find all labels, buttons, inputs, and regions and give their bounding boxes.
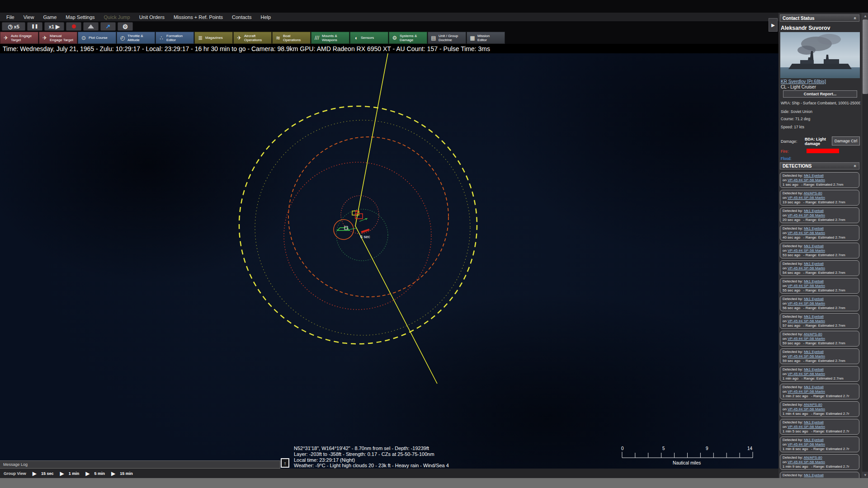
- toolbar-button[interactable]: ◖ Sensors: [350, 32, 388, 44]
- collapse-chevron-icon[interactable]: «: [853, 164, 858, 167]
- unit-link[interactable]: VP-45 #4 SP-5B Marlin: [788, 389, 825, 394]
- toolbar-button[interactable]: ∴ FormationEditor: [156, 32, 194, 44]
- toolbar-button[interactable]: ≣ Magazines: [194, 32, 233, 44]
- time-step-option[interactable]: ▶ 1 min: [60, 470, 80, 477]
- sidebar-scrollbar[interactable]: ▲ ▼: [862, 13, 868, 478]
- sensor-link[interactable]: AN/APS-80: [804, 332, 822, 336]
- unit-link[interactable]: VP-45 #4 SP-5B Marlin: [788, 478, 825, 478]
- unit-link[interactable]: VP-45 #4 SP-5B Marlin: [788, 337, 825, 341]
- toolbar-button[interactable]: ◴ Throttle &Altitude: [117, 32, 155, 44]
- toolbar-button[interactable]: ✈ Auto EngageTarget: [0, 32, 38, 44]
- menu-item[interactable]: Quick Jump: [99, 14, 135, 20]
- unit-link[interactable]: VP-45 #4 SP-5B Marlin: [788, 249, 825, 253]
- toolbar-button[interactable]: ✈ ManualEngage Target: [39, 32, 77, 44]
- unit-link[interactable]: VP-45 #4 SP-5B Marlin: [788, 301, 825, 305]
- sensor-link[interactable]: AN/APS-80: [804, 455, 822, 460]
- menu-item[interactable]: File: [2, 14, 19, 20]
- toolbar-button[interactable]: ⊙ Plot Course: [78, 32, 116, 44]
- detection-card[interactable]: Detected by: AN/APS-80 on VP-45 #4 SP-5B…: [780, 454, 859, 470]
- detection-card[interactable]: Detected by: Mk1 Eyeball on VP-45 #4 SP-…: [780, 296, 859, 311]
- unit-link[interactable]: VP-45 #4 SP-5B Marlin: [788, 284, 825, 288]
- sensor-link[interactable]: Mk1 Eyeball: [804, 385, 824, 389]
- unit-link[interactable]: VP-45 #4 SP-5B Marlin: [788, 178, 825, 182]
- detection-card[interactable]: Detected by: Mk1 Eyeball on VP-45 #4 SP-…: [780, 313, 859, 329]
- toolbar-button[interactable]: ▦ MissionEditor: [467, 32, 505, 44]
- time-step-option[interactable]: ▶ 15 min: [111, 470, 133, 477]
- sensor-link[interactable]: Mk1 Eyeball: [804, 350, 824, 354]
- menu-item[interactable]: View: [19, 14, 39, 20]
- unit-link[interactable]: VP-45 #4 SP-5B Marlin: [788, 196, 825, 200]
- map-display-button[interactable]: [83, 22, 99, 31]
- sensor-link[interactable]: Mk1 Eyeball: [804, 314, 824, 319]
- sensor-link[interactable]: Mk1 Eyeball: [804, 209, 824, 213]
- contact-report-button[interactable]: Contact Report...: [783, 90, 857, 98]
- toolbar-button[interactable]: ⚙ Systems &Damage: [389, 32, 427, 44]
- message-log-expand-button[interactable]: ↑: [281, 458, 289, 468]
- damage-ctrl-button[interactable]: Damage Ctrl: [832, 136, 860, 145]
- detection-card[interactable]: Detected by: Mk1 Eyeball on VP-45 #4 SP-…: [780, 419, 859, 435]
- sensor-link[interactable]: AN/APS-80: [804, 403, 822, 407]
- step-forward-button[interactable]: x1 ▶: [44, 22, 64, 31]
- detection-card[interactable]: Detected by: Mk1 Eyeball on VP-45 #4 SP-…: [780, 384, 859, 399]
- record-button[interactable]: [66, 22, 81, 31]
- sensor-link[interactable]: Mk1 Eyeball: [804, 279, 824, 283]
- quick-jump-button[interactable]: ↗: [100, 22, 116, 31]
- unit-link[interactable]: VP-45 #4 SP-5B Marlin: [788, 407, 825, 411]
- unit-link[interactable]: VP-45 #4 SP-5B Marlin: [788, 213, 825, 217]
- sensor-link[interactable]: Mk1 Eyeball: [804, 244, 824, 248]
- scrollbar-thumb[interactable]: [863, 19, 868, 94]
- menu-item[interactable]: Contacts: [227, 14, 256, 20]
- menu-item[interactable]: Missions + Ref. Points: [169, 14, 227, 20]
- sensor-link[interactable]: Mk1 Eyeball: [804, 174, 824, 178]
- sensor-link[interactable]: Mk1 Eyeball: [804, 438, 824, 442]
- message-log-bar[interactable]: Message Log: [0, 460, 280, 469]
- unit-link[interactable]: VP-45 #4 SP-5B Marlin: [788, 425, 825, 429]
- time-step-option[interactable]: ▶ 15 sec: [33, 470, 54, 477]
- scroll-up-arrow[interactable]: ▲: [862, 13, 868, 19]
- map-view[interactable]: 6 sec: [0, 53, 868, 478]
- detection-card[interactable]: Detected by: Mk1 Eyeball on VP-45 #4 SP-…: [780, 243, 859, 258]
- unit-link[interactable]: VP-45 #4 SP-5B Marlin: [788, 442, 825, 446]
- unit-link[interactable]: VP-45 #4 SP-5B Marlin: [788, 372, 825, 376]
- sensor-link[interactable]: AN/APS-80: [804, 191, 822, 195]
- menu-item[interactable]: Game: [38, 14, 61, 20]
- toolbar-button[interactable]: /// Mounts &Weapons: [311, 32, 349, 44]
- detection-card[interactable]: Detected by: Mk1 Eyeball on VP-45 #4 SP-…: [780, 348, 859, 364]
- detection-card[interactable]: Detected by: Mk1 Eyeball on VP-45 #4 SP-…: [780, 436, 859, 452]
- detection-card[interactable]: Detected by: Mk1 Eyeball on VP-45 #4 SP-…: [780, 225, 859, 241]
- unit-link[interactable]: VP-45 #4 SP-5B Marlin: [788, 319, 825, 323]
- sensor-link[interactable]: Mk1 Eyeball: [804, 226, 824, 230]
- settings-button[interactable]: ⚙: [118, 22, 133, 31]
- detection-card[interactable]: Detected by: AN/APS-80 on VP-45 #4 SP-5B…: [780, 190, 859, 206]
- detection-card[interactable]: Detected by: Mk1 Eyeball on VP-45 #4 SP-…: [780, 278, 859, 294]
- unit-link[interactable]: VP-45 #4 SP-5B Marlin: [788, 231, 825, 235]
- menu-item[interactable]: Unit Orders: [135, 14, 169, 20]
- sensor-link[interactable]: Mk1 Eyeball: [804, 297, 824, 301]
- sensor-link[interactable]: Mk1 Eyeball: [804, 473, 824, 477]
- detection-card[interactable]: Detected by: Mk1 Eyeball on VP-45 #4 SP-…: [780, 472, 859, 478]
- contact-status-header[interactable]: Contact Status «: [780, 14, 859, 22]
- unit-link[interactable]: VP-45 #4 SP-5B Marlin: [788, 266, 825, 270]
- sensor-link[interactable]: Mk1 Eyeball: [804, 262, 824, 266]
- pause-button[interactable]: ❚❚: [27, 22, 42, 31]
- toolbar-button[interactable]: ▤ Unit / GroupDoctrine: [428, 32, 466, 44]
- detections-header[interactable]: DETECTIONS «: [780, 162, 859, 169]
- menu-item[interactable]: Map Settings: [61, 14, 99, 20]
- time-step-option[interactable]: ▶ 5 min: [85, 470, 105, 477]
- detection-card[interactable]: Detected by: Mk1 Eyeball on VP-45 #4 SP-…: [780, 172, 859, 188]
- unit-link[interactable]: VP-45 #4 SP-5B Marlin: [788, 460, 825, 464]
- unit-link[interactable]: VP-45 #4 SP-5B Marlin: [788, 354, 825, 358]
- detection-card[interactable]: Detected by: Mk1 Eyeball on VP-45 #4 SP-…: [780, 207, 859, 223]
- time-compression-button[interactable]: ◷ x5: [2, 22, 25, 31]
- toolbar-button[interactable]: ✈ AircraftOperations: [233, 32, 272, 44]
- collapse-chevron-icon[interactable]: «: [853, 17, 858, 19]
- toolbar-button[interactable]: ≋ BoatOperations: [272, 32, 311, 44]
- panel-expand-button[interactable]: ▶: [769, 18, 778, 32]
- sensor-link[interactable]: Mk1 Eyeball: [804, 420, 824, 424]
- scroll-down-arrow[interactable]: ▼: [862, 472, 868, 478]
- contact-class-link[interactable]: KR Sverdlov [Pr.68bis]: [781, 79, 826, 84]
- detection-card[interactable]: Detected by: AN/APS-80 on VP-45 #4 SP-5B…: [780, 401, 859, 417]
- menu-item[interactable]: Help: [256, 14, 275, 20]
- sensor-link[interactable]: Mk1 Eyeball: [804, 367, 824, 371]
- detection-card[interactable]: Detected by: AN/APS-80 on VP-45 #4 SP-5B…: [780, 331, 859, 347]
